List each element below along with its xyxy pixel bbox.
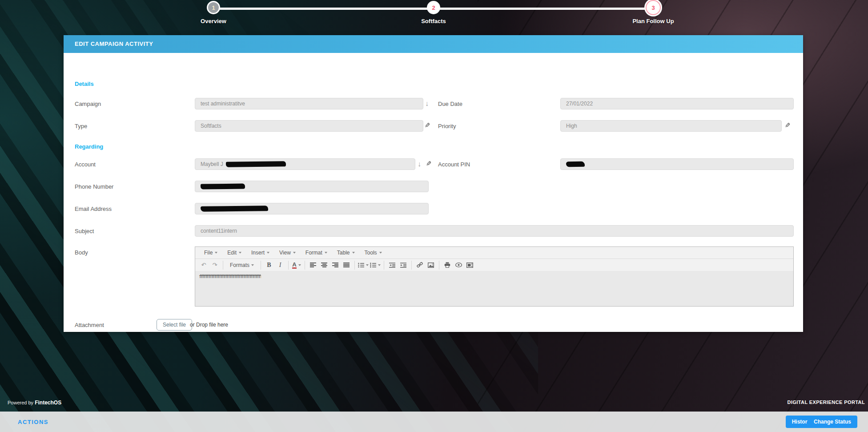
priority-edit-pencil-icon[interactable]: ✎ — [785, 122, 791, 129]
indent-icon[interactable] — [398, 260, 408, 270]
account-edit-pencil-icon[interactable]: ✎ — [426, 160, 432, 167]
step-1-circle[interactable]: 1 — [207, 1, 220, 14]
toolbar-separator — [439, 261, 439, 270]
text-color-button[interactable]: A — [292, 260, 301, 270]
account-value: Maybell J — [201, 161, 223, 167]
drop-file-hint: or Drop file here — [190, 322, 228, 328]
wizard-stepper: 1 Overview 2 Softfacts 3 Plan Follow Up — [0, 0, 868, 27]
italic-button[interactable]: I — [275, 260, 285, 270]
attachment-label: Attachment — [75, 322, 104, 328]
editor-menu-format[interactable]: Format — [301, 248, 332, 258]
due-date-label: Due Date — [438, 101, 462, 107]
phone-number-input[interactable] — [195, 181, 429, 192]
type-edit-pencil-icon[interactable]: ✎ — [425, 122, 430, 129]
editor-menu-edit[interactable]: Edit — [223, 248, 246, 258]
email-address-label: Email Address — [75, 206, 112, 212]
bottom-action-bar: ACTIONS History Change Status — [0, 412, 868, 432]
step-2-circle[interactable]: 2 — [427, 1, 440, 14]
editor-menu-insert[interactable]: Insert — [247, 248, 274, 258]
type-label: Type — [75, 123, 87, 129]
body-content-area[interactable]: ffffffffffffffffffffffffffffffffffffffff… — [195, 271, 793, 306]
digital-experience-portal-text: DIGITAL EXPERIENCE PORTAL — [788, 400, 865, 405]
campaign-dropdown-arrow-icon[interactable]: ↓ — [425, 100, 429, 107]
select-file-button[interactable]: Select file — [157, 319, 192, 331]
toolbar-separator — [384, 261, 384, 270]
insert-image-icon[interactable] — [426, 260, 436, 270]
outdent-icon[interactable] — [387, 260, 397, 270]
formats-dropdown[interactable]: Formats — [226, 260, 257, 270]
chevron-down-icon — [293, 252, 296, 254]
panel-body: Details Campaign ↓ Due Date Type ✎ Prior… — [64, 53, 803, 332]
bold-button[interactable]: B — [264, 260, 274, 270]
insert-link-icon[interactable] — [415, 260, 425, 270]
step-3-label: Plan Follow Up — [632, 18, 674, 24]
due-date-input[interactable] — [560, 98, 794, 109]
step-1-label: Overview — [201, 18, 226, 24]
bullet-list-icon[interactable] — [358, 260, 369, 270]
subject-input[interactable] — [195, 225, 794, 237]
powered-by-text: Powered by FintechOS — [8, 400, 61, 406]
body-rich-text-editor: File Edit Insert View Format Table Tools… — [195, 246, 794, 307]
editor-menu-view[interactable]: View — [275, 248, 300, 258]
body-text: ffffffffffffffffffffffffffffffffffffffff… — [199, 274, 261, 279]
redo-icon[interactable]: ↷ — [210, 260, 220, 270]
align-left-icon[interactable] — [308, 260, 318, 270]
redaction-mark — [566, 161, 585, 167]
editor-menu-table[interactable]: Table — [333, 248, 359, 258]
subject-label: Subject — [75, 228, 94, 234]
redaction-mark — [201, 206, 268, 212]
step-2-label: Softfacts — [421, 18, 446, 24]
campaign-input[interactable] — [195, 98, 423, 109]
toolbar-separator — [305, 261, 305, 270]
priority-label: Priority — [438, 123, 456, 129]
phone-number-label: Phone Number — [75, 183, 113, 190]
chevron-down-icon — [325, 252, 327, 254]
step-1-number: 1 — [212, 4, 215, 11]
numbered-list-icon[interactable] — [370, 260, 381, 270]
priority-input[interactable] — [560, 120, 782, 132]
panel-header: EDIT CAMPAIGN ACTIVITY — [64, 35, 803, 53]
chevron-down-icon — [378, 264, 381, 266]
account-input[interactable]: Maybell J — [195, 158, 415, 170]
account-pin-label: Account PIN — [438, 161, 470, 168]
undo-icon[interactable]: ↶ — [199, 260, 209, 270]
regarding-section-heading: Regarding — [75, 143, 103, 150]
editor-menu-file[interactable]: File — [200, 248, 222, 258]
toolbar-separator — [223, 261, 223, 270]
account-pin-input[interactable] — [560, 158, 794, 170]
panel-title: EDIT CAMPAIGN ACTIVITY — [75, 40, 153, 47]
account-label: Account — [75, 161, 96, 168]
type-input[interactable] — [195, 120, 423, 132]
toolbar-separator — [354, 261, 355, 270]
chevron-down-icon — [298, 264, 301, 266]
editor-menubar: File Edit Insert View Format Table Tools — [195, 247, 793, 259]
editor-menu-tools[interactable]: Tools — [360, 248, 386, 258]
insert-media-icon[interactable] — [465, 260, 474, 270]
fintechos-logo: FintechOS — [35, 400, 61, 406]
chevron-down-icon — [366, 264, 369, 266]
redaction-mark — [226, 161, 286, 167]
align-center-icon[interactable] — [319, 260, 329, 270]
email-address-input[interactable] — [195, 203, 429, 214]
toolbar-separator — [261, 261, 261, 270]
chevron-down-icon — [215, 252, 217, 254]
chevron-down-icon — [239, 252, 241, 254]
account-dropdown-arrow-icon[interactable]: ↓ — [418, 161, 421, 168]
toolbar-separator — [411, 261, 412, 270]
change-status-button[interactable]: Change Status — [808, 416, 857, 428]
chevron-down-icon — [251, 264, 254, 266]
body-label: Body — [75, 249, 88, 256]
toolbar-separator — [288, 261, 289, 270]
actions-menu[interactable]: ACTIONS — [18, 419, 48, 425]
preview-eye-icon[interactable] — [454, 260, 463, 270]
print-icon[interactable] — [442, 260, 452, 270]
align-justify-icon[interactable] — [342, 260, 351, 270]
step-2-number: 2 — [432, 4, 435, 11]
align-right-icon[interactable] — [330, 260, 340, 270]
step-3-circle[interactable]: 3 — [646, 0, 661, 15]
chevron-down-icon — [379, 252, 382, 254]
step-3-number: 3 — [651, 4, 655, 11]
redaction-mark — [201, 183, 245, 189]
chevron-down-icon — [352, 252, 355, 254]
campaign-label: Campaign — [75, 101, 101, 107]
